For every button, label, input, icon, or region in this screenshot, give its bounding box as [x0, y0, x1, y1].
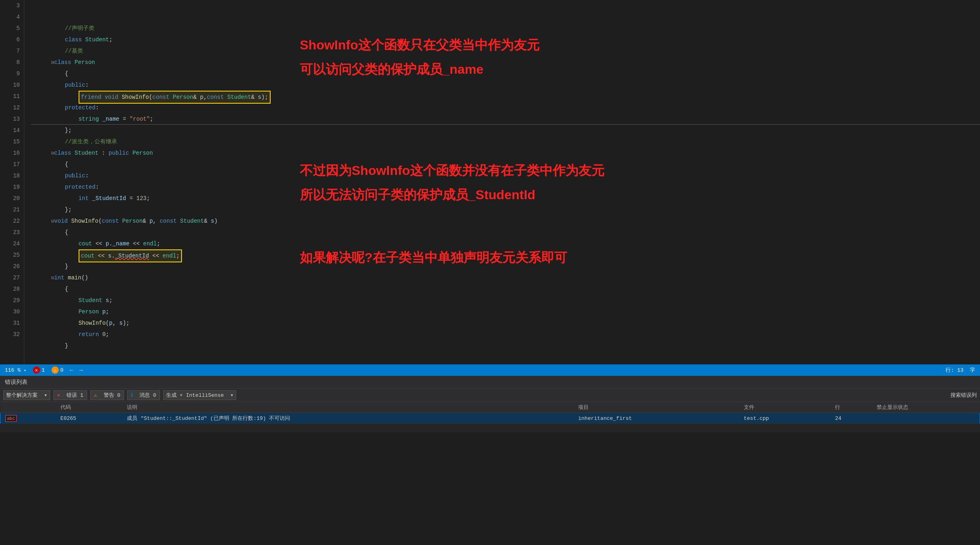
- code-line-8: {: [31, 57, 980, 68]
- scope-dropdown[interactable]: 整个解决方案 ▾: [3, 390, 50, 400]
- info-filter-btn[interactable]: ℹ 消息 0: [127, 390, 160, 400]
- error-code-cell: E0265: [56, 413, 122, 424]
- col-header-code: 代码: [56, 402, 122, 413]
- error-file-cell: test.cpp: [739, 413, 830, 424]
- code-line-30: ShowInfo(p, s);: [31, 306, 980, 317]
- code-line-10: friend void ShowInfo(const Person& p,con…: [31, 79, 980, 91]
- annotation-4: 所以无法访问子类的保护成员_StudentId: [300, 186, 535, 204]
- code-line-23: cout << p._name << endl;: [31, 227, 980, 238]
- table-row[interactable]: abc E0265 成员 "Student::_StudentId" (已声明 …: [0, 413, 980, 424]
- code-line-15: ⊟class Student : public Person: [31, 136, 980, 147]
- error-project-cell: inheritance_first: [573, 413, 739, 424]
- col-header-file: 文件: [739, 402, 830, 413]
- error-panel-toolbar: 整个解决方案 ▾ ✕ 错误 1 ⚠ 警告 0 ℹ 消息 0 生成 + Intel…: [0, 389, 980, 402]
- build-dropdown[interactable]: 生成 + IntelliSense ▾: [163, 390, 237, 400]
- nav-forward[interactable]: →: [79, 367, 83, 373]
- error-icon-cell: abc: [0, 413, 56, 424]
- code-line-27: {: [31, 272, 980, 283]
- nav-back[interactable]: ←: [70, 367, 73, 373]
- warning-indicator[interactable]: ⚠ 0: [51, 366, 64, 374]
- error-panel-title: 错误列表: [0, 376, 980, 389]
- col-header-desc: 说明: [122, 402, 573, 413]
- code-line-12: string _name = "root";: [31, 102, 980, 113]
- warning-filter-btn[interactable]: ⚠ 警告 0: [90, 390, 124, 400]
- code-line-11: protected:: [31, 91, 980, 102]
- error-panel: 错误列表 整个解决方案 ▾ ✕ 错误 1 ⚠ 警告 0 ℹ 消息 0 生成 + …: [0, 376, 980, 432]
- right-info: 行: 13 字: [946, 366, 975, 374]
- error-indicator[interactable]: ✕ 1: [33, 366, 45, 374]
- error-filter-btn[interactable]: ✕ 错误 1: [53, 390, 87, 400]
- code-line-24: cout << s._StudentId << endl;: [31, 238, 980, 249]
- zoom-level[interactable]: 116 % ▾: [5, 367, 26, 373]
- error-badge: ✕: [33, 366, 40, 374]
- warning-badge: ⚠: [51, 366, 59, 374]
- code-line-31: return 0;: [31, 317, 980, 329]
- code-line-29: Person p;: [31, 295, 980, 306]
- code-editor: 3 4 5 6 7 8 9 10 11 12 13 14 15 16 17 18…: [0, 0, 980, 364]
- line-numbers: 3 4 5 6 7 8 9 10 11 12 13 14 15 16 17 18…: [0, 0, 24, 364]
- status-bar: 116 % ▾ ✕ 1 ⚠ 0 ← → 行: 13 字: [0, 364, 980, 376]
- col-header-line: 行: [830, 402, 872, 413]
- annotation-5: 如果解决呢?在子类当中单独声明友元关系即可: [300, 249, 567, 267]
- annotation-3: 不过因为ShowInfo这个函数并没有在子类中作为友元: [300, 162, 604, 180]
- code-text[interactable]: //声明子类 class Student; //基类 ⊟class Person…: [24, 0, 980, 364]
- code-line-16: {: [31, 147, 980, 159]
- col-header-project: 项目: [573, 402, 739, 413]
- error-desc-cell: 成员 "Student::_StudentId" (已声明 所在行数:19) 不…: [122, 413, 573, 424]
- annotation-1: ShowInfo这个函数只在父类当中作为友元: [300, 36, 540, 54]
- code-line-32: }: [31, 329, 980, 340]
- col-header-icon: [0, 402, 56, 413]
- code-line-5: class Student;: [31, 23, 980, 34]
- search-errors-label: 搜索错误列: [950, 392, 977, 399]
- code-line-9: public:: [31, 68, 980, 79]
- code-line-13: };: [31, 113, 980, 125]
- code-line-28: Student s;: [31, 283, 980, 295]
- error-line-cell: 24: [830, 413, 872, 424]
- code-line-21: ⊟void ShowInfo(const Person& p, const St…: [31, 204, 980, 215]
- error-table: 代码 说明 项目 文件 行 禁止显示状态 abc E0265 成员 "Stude…: [0, 402, 980, 424]
- code-line-4: //声明子类: [31, 11, 980, 23]
- annotation-2: 可以访问父类的保护成员_name: [300, 61, 483, 79]
- col-header-suppress: 禁止显示状态: [872, 402, 980, 413]
- error-suppress-cell: [872, 413, 980, 424]
- code-line-14: //派生类，公有继承: [31, 125, 980, 136]
- code-line-3: [31, 0, 980, 11]
- code-line-22: {: [31, 215, 980, 227]
